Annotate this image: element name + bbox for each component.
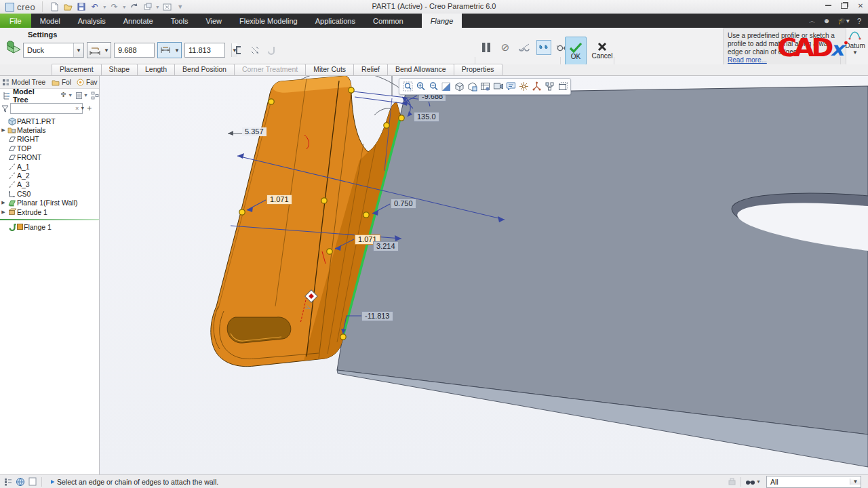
new-file-icon[interactable]: [48, 1, 60, 12]
find-dropdown-icon[interactable]: ▼: [756, 479, 761, 484]
tab-view[interactable]: View: [197, 14, 231, 28]
tab-placement[interactable]: Placement: [52, 64, 102, 75]
repaint-icon[interactable]: [440, 80, 452, 93]
tree-show-button[interactable]: [91, 92, 99, 100]
profile-select-dropdown-icon[interactable]: ▼: [73, 43, 83, 57]
dimension-label-neg-11-813[interactable]: -11.813: [361, 311, 393, 321]
selection-filter-combo[interactable]: All ▼: [766, 476, 861, 488]
close-window-icon[interactable]: [161, 1, 173, 12]
length-type-1-button[interactable]: ▼: [87, 42, 111, 58]
web-browser-toggle-icon[interactable]: [14, 476, 26, 487]
redo-dropdown-icon[interactable]: ▾: [123, 4, 125, 10]
tab-bend-allowance[interactable]: Bend Allowance: [387, 64, 454, 75]
attached-preview-icon[interactable]: [536, 40, 551, 55]
capture-icon[interactable]: [492, 80, 504, 93]
tree-item-top[interactable]: TOP: [0, 144, 99, 152]
minimize-button[interactable]: [823, 1, 833, 9]
dimension-label-5-357[interactable]: 5.357: [242, 127, 267, 136]
tab-tools[interactable]: Tools: [162, 14, 197, 28]
tree-item-a2[interactable]: A_2: [0, 171, 99, 180]
graphics-area[interactable]: 5.357 -9.688 135.0 1.071 0.750 1.071 3.2…: [100, 76, 868, 474]
zoom-region-icon[interactable]: [401, 80, 414, 93]
clear-search-icon[interactable]: ×: [75, 105, 79, 112]
customize-toolbar-icon[interactable]: ▼: [177, 3, 183, 10]
tree-item-front[interactable]: FRONT: [0, 153, 99, 162]
length-type-2-dropdown-icon[interactable]: ▼: [173, 47, 181, 54]
redo-icon[interactable]: ↷: [108, 1, 120, 12]
tab-flange[interactable]: Flange: [422, 14, 462, 28]
annotation-display-icon[interactable]: [505, 80, 517, 93]
tab-applications[interactable]: Applications: [307, 14, 364, 28]
windows-dropdown-icon[interactable]: ▾: [156, 4, 159, 10]
open-file-icon[interactable]: [62, 1, 73, 12]
undo-icon[interactable]: ↶: [89, 1, 100, 12]
favorites-tab[interactable]: Fav: [86, 79, 98, 86]
datum-group[interactable]: Datum ▼: [843, 28, 867, 56]
spin-center-icon[interactable]: [530, 80, 542, 93]
expander-icon[interactable]: ▶: [0, 200, 7, 205]
tab-flexible-modeling[interactable]: Flexible Modeling: [231, 14, 307, 28]
saved-orientations-icon[interactable]: [466, 80, 478, 93]
read-more-link[interactable]: Read more...: [728, 56, 767, 64]
unattached-preview-icon[interactable]: [517, 41, 531, 54]
length-type-2-button[interactable]: ▼: [157, 42, 182, 58]
length-input-1[interactable]: 9.688 ▼: [114, 43, 155, 58]
tree-item-materials[interactable]: ▶Materials: [0, 125, 99, 134]
folder-browser-tab[interactable]: Fol: [62, 79, 71, 86]
find-tool-icon[interactable]: [744, 476, 756, 487]
tree-tools-button[interactable]: ▼: [60, 92, 73, 100]
zoom-in-icon[interactable]: [414, 80, 427, 93]
tab-miter-cuts[interactable]: Miter Cuts: [305, 64, 354, 75]
dimension-label-1-071-left[interactable]: 1.071: [267, 195, 292, 205]
help-icon[interactable]: ?: [857, 17, 861, 25]
display-style-icon[interactable]: [453, 80, 465, 93]
restore-button[interactable]: [840, 1, 849, 9]
tree-item-right[interactable]: RIGHT: [0, 135, 99, 144]
dimension-label-3-214[interactable]: 3.214: [373, 241, 399, 251]
tree-item-a1[interactable]: A_1: [0, 162, 99, 171]
no-preview-icon[interactable]: ⊘: [498, 41, 512, 54]
tree-search-input[interactable]: [10, 103, 83, 114]
tab-shape[interactable]: Shape: [101, 64, 138, 75]
pause-button[interactable]: [479, 41, 493, 54]
3d-scene[interactable]: [100, 76, 868, 474]
dimension-label-0-750[interactable]: 0.750: [391, 199, 416, 209]
save-icon[interactable]: [75, 1, 87, 12]
tree-item-a3[interactable]: A_3: [0, 180, 99, 189]
user-account-icon[interactable]: ☻: [823, 17, 831, 24]
tab-bend-position[interactable]: Bend Position: [174, 64, 235, 75]
length-input-2[interactable]: 11.813 ▼: [184, 43, 225, 58]
tab-analysis[interactable]: Analysis: [69, 14, 115, 28]
open-profile-sketch-icon[interactable]: [232, 43, 245, 57]
tab-relief[interactable]: Relief: [353, 64, 388, 75]
tree-item-planar1[interactable]: ▶Planar 1(First Wall): [0, 199, 99, 207]
tab-file[interactable]: File: [0, 14, 31, 28]
datum-display-icon[interactable]: [517, 80, 530, 93]
tree-item-extrude1[interactable]: ▶Extrude 1: [0, 207, 99, 216]
collapse-ribbon-icon[interactable]: ︿: [809, 16, 816, 26]
tab-annotate[interactable]: Annotate: [115, 14, 162, 28]
datum-dropdown-icon[interactable]: ▼: [843, 49, 867, 56]
zoom-out-icon[interactable]: [427, 80, 439, 93]
close-button[interactable]: ✕: [856, 1, 865, 9]
ok-button[interactable]: OK: [565, 37, 587, 65]
full-screen-toggle-icon[interactable]: [26, 476, 39, 487]
measure-angle-icon[interactable]: [248, 43, 262, 57]
undo-dropdown-icon[interactable]: ▾: [103, 4, 106, 10]
expander-icon[interactable]: ▶: [0, 127, 7, 133]
tree-item-flange1[interactable]: Flange 1: [0, 222, 99, 231]
view-manager-icon[interactable]: [479, 80, 491, 93]
model-grid-icon[interactable]: [556, 80, 568, 93]
selection-filter-dropdown-icon[interactable]: ▼: [850, 479, 861, 485]
profile-select[interactable]: Duck ▼: [23, 43, 84, 58]
navigator-toggle-icon[interactable]: [2, 476, 14, 487]
model-tree-tab[interactable]: Model Tree: [12, 79, 45, 86]
length-type-1-dropdown-icon[interactable]: ▼: [102, 47, 111, 54]
tree-item-cs0[interactable]: CS0: [0, 189, 99, 198]
cancel-button[interactable]: Cancel: [589, 37, 615, 64]
learning-center-icon[interactable]: 🎓▾: [837, 17, 850, 24]
insert-here-separator[interactable]: [0, 219, 99, 220]
tree-settings-button[interactable]: ▼: [75, 92, 88, 100]
tab-common[interactable]: Common: [364, 14, 412, 28]
dimension-label-135-0[interactable]: 135.0: [414, 112, 439, 122]
